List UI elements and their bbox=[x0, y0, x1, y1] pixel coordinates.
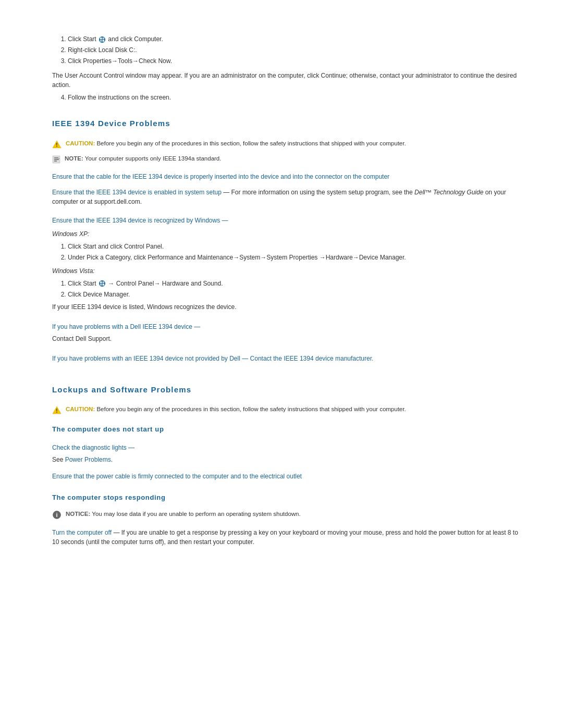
svg-rect-14 bbox=[100, 284, 102, 286]
ieee-note-text: NOTE: Your computer supports only IEEE 1… bbox=[65, 154, 221, 163]
ieee-dell-guide: Dell™ Technology Guide bbox=[414, 189, 483, 196]
ieee-link1-line: Ensure that the cable for the IEEE 1394 … bbox=[52, 172, 521, 181]
uac-note: The User Account Control window may appe… bbox=[52, 71, 521, 90]
note-label: NOTE: bbox=[65, 155, 83, 162]
notice-icon: i bbox=[52, 510, 62, 520]
svg-rect-2 bbox=[103, 38, 105, 40]
notice-label: NOTICE: bbox=[66, 511, 90, 517]
ieee-caution-box: ! CAUTION: Before you begin any of the p… bbox=[52, 139, 521, 149]
no-start-link2-line: Ensure that the power cable is firmly co… bbox=[52, 472, 521, 481]
ieee-link1[interactable]: Ensure that the cable for the IEEE 1394 … bbox=[52, 173, 389, 180]
turn-off-link[interactable]: Turn the computer off bbox=[52, 529, 112, 536]
ieee-link5-line: If you have problems with an IEEE 1394 d… bbox=[52, 354, 521, 363]
windows-icon bbox=[99, 36, 106, 43]
ieee-section: IEEE 1394 Device Problems ! CAUTION: Bef… bbox=[52, 118, 521, 363]
svg-point-11 bbox=[99, 280, 105, 287]
win-vista-step-2: Click Device Manager. bbox=[68, 290, 521, 299]
ieee-link4-text: Contact Dell Support. bbox=[52, 334, 521, 343]
lockups-section-title: Lockups and Software Problems bbox=[52, 384, 521, 396]
caution-label: CAUTION: bbox=[66, 140, 95, 146]
win-xp-label: Windows XP: bbox=[52, 229, 521, 239]
note-icon bbox=[52, 155, 60, 164]
no-start-title: The computer does not start up bbox=[52, 424, 521, 435]
intro-step-4: Follow the instructions on the screen. bbox=[68, 93, 521, 102]
svg-text:!: ! bbox=[56, 408, 57, 414]
no-start-see-end: . bbox=[111, 456, 113, 463]
ieee-link4[interactable]: If you have problems with a Dell IEEE 13… bbox=[52, 323, 200, 330]
svg-text:!: ! bbox=[56, 142, 57, 148]
intro-step-2: Right-click Local Disk C:. bbox=[68, 45, 521, 55]
ieee-link2[interactable]: Ensure that the IEEE 1394 device is enab… bbox=[52, 189, 222, 196]
lockups-caution-box: ! CAUTION: Before you begin any of the p… bbox=[52, 405, 521, 415]
lockups-caution-icon: ! bbox=[52, 405, 62, 415]
no-start-subsection: The computer does not start up Check the… bbox=[52, 424, 521, 481]
ieee-link2-suffix: — For more information on using the syst… bbox=[222, 189, 414, 196]
windows-icon-2 bbox=[99, 280, 106, 287]
svg-rect-15 bbox=[103, 284, 105, 286]
ieee-section-title: IEEE 1394 Device Problems bbox=[52, 118, 521, 130]
stops-responding-subsection: The computer stops responding i NOTICE: … bbox=[52, 492, 521, 547]
win-xp-steps: Click Start and click Control Panel. Und… bbox=[68, 242, 521, 262]
stops-responding-title: The computer stops responding bbox=[52, 492, 521, 503]
intro-step4-list: Follow the instructions on the screen. bbox=[68, 93, 521, 102]
ieee-note-box: NOTE: Your computer supports only IEEE 1… bbox=[52, 154, 521, 164]
stops-responding-notice-box: i NOTICE: You may lose data if you are u… bbox=[52, 510, 521, 520]
win-xp-step-1: Click Start and click Control Panel. bbox=[68, 242, 521, 251]
svg-rect-3 bbox=[100, 40, 102, 42]
no-start-link2[interactable]: Ensure that the power cable is firmly co… bbox=[52, 473, 302, 480]
no-start-see-text: See bbox=[52, 456, 65, 463]
svg-rect-13 bbox=[103, 281, 105, 283]
lockups-section: Lockups and Software Problems ! CAUTION:… bbox=[52, 384, 521, 547]
win-vista-step-1: Click Start → Control Panel→ Hardware an… bbox=[68, 279, 521, 288]
intro-step-3: Click Properties→Tools→Check Now. bbox=[68, 56, 521, 66]
power-problems-link[interactable]: Power Problems bbox=[65, 456, 111, 463]
ieee-link3-line: Ensure that the IEEE 1394 device is reco… bbox=[52, 216, 521, 225]
lockups-caution-label: CAUTION: bbox=[66, 406, 95, 412]
svg-rect-1 bbox=[100, 38, 102, 40]
svg-text:i: i bbox=[56, 512, 57, 518]
ieee-caution-text: CAUTION: Before you begin any of the pro… bbox=[66, 139, 406, 148]
win-vista-label: Windows Vista: bbox=[52, 266, 521, 276]
intro-section: Click Start and click Computer. Right-cl… bbox=[52, 34, 521, 102]
intro-step-1: Click Start and click Computer. bbox=[68, 34, 521, 44]
turn-off-line: Turn the computer off — If you are unabl… bbox=[52, 528, 521, 547]
ieee-caution-body: Before you begin any of the procedures i… bbox=[96, 140, 406, 146]
svg-rect-12 bbox=[100, 281, 102, 283]
intro-steps: Click Start and click Computer. Right-cl… bbox=[68, 34, 521, 66]
win-vista-steps: Click Start → Control Panel→ Hardware an… bbox=[68, 279, 521, 299]
win-xp-step-2: Under Pick a Category, click Performance… bbox=[68, 253, 521, 262]
no-start-link1-line: Check the diagnostic lights — bbox=[52, 443, 521, 452]
ieee-link5[interactable]: If you have problems with an IEEE 1394 d… bbox=[52, 355, 373, 362]
turn-off-suffix: — If you are unable to get a response by… bbox=[52, 529, 518, 546]
no-start-see: See Power Problems. bbox=[52, 455, 521, 464]
recognized-text: If your IEEE 1394 device is listed, Wind… bbox=[52, 302, 521, 312]
caution-icon: ! bbox=[52, 140, 62, 149]
no-start-link1[interactable]: Check the diagnostic lights — bbox=[52, 444, 134, 451]
svg-rect-4 bbox=[103, 40, 105, 42]
lockups-caution-content: Before you begin any of the procedures i… bbox=[96, 406, 406, 412]
lockups-caution-text: CAUTION: Before you begin any of the pro… bbox=[66, 405, 406, 414]
stops-responding-notice-text: NOTICE: You may lose data if you are una… bbox=[66, 510, 301, 519]
svg-point-0 bbox=[99, 36, 105, 43]
ieee-link4-line: If you have problems with a Dell IEEE 13… bbox=[52, 322, 521, 331]
ieee-note-content: Your computer supports only IEEE 1394a s… bbox=[85, 155, 222, 162]
stops-notice-body: You may lose data if you are unable to p… bbox=[92, 511, 300, 517]
ieee-link2-line: Ensure that the IEEE 1394 device is enab… bbox=[52, 188, 521, 206]
ieee-link3[interactable]: Ensure that the IEEE 1394 device is reco… bbox=[52, 217, 228, 224]
